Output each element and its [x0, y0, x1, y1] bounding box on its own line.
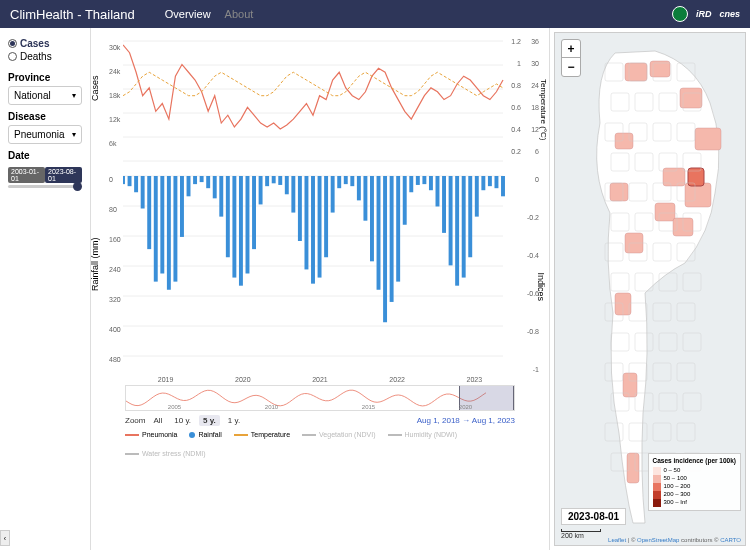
svg-rect-126 — [683, 333, 701, 351]
date-end-badge: 2023-08-01 — [45, 167, 82, 183]
svg-rect-43 — [318, 176, 322, 278]
disease-label: Disease — [8, 111, 82, 122]
legend-item[interactable]: Temperature — [234, 431, 290, 438]
y-tick: 6k — [109, 140, 116, 147]
map-legend-swatch — [653, 467, 661, 475]
svg-rect-33 — [252, 176, 256, 249]
legend-label: Water stress (NDMI) — [142, 450, 206, 457]
svg-rect-50 — [363, 176, 367, 221]
legend-item[interactable]: Pneumonia — [125, 431, 177, 438]
svg-rect-125 — [659, 333, 677, 351]
date-label: Date — [8, 150, 82, 161]
zoom-1y[interactable]: 1 y. — [224, 415, 244, 426]
map-legend-swatch — [653, 499, 661, 507]
x-tick: 2021 — [312, 376, 328, 383]
x-tick: 2019 — [158, 376, 174, 383]
svg-rect-83 — [627, 453, 639, 483]
svg-rect-39 — [291, 176, 295, 213]
svg-rect-28 — [219, 176, 223, 217]
legend-item[interactable]: Vegetation (NDVI) — [302, 431, 375, 438]
carto-link[interactable]: CARTO — [720, 537, 741, 543]
svg-rect-55 — [396, 176, 400, 282]
y-tick: 30k — [109, 44, 120, 51]
nav-about[interactable]: About — [225, 8, 254, 20]
app-title: ClimHealth - Thailand — [10, 7, 135, 22]
svg-rect-47 — [344, 176, 348, 184]
app-header: ClimHealth - Thailand Overview About iRD… — [0, 0, 750, 28]
svg-rect-76 — [685, 183, 711, 207]
map-legend-swatch — [653, 483, 661, 491]
legend-item[interactable]: Water stress (NDMI) — [125, 450, 206, 457]
svg-rect-48 — [350, 176, 354, 186]
legend-swatch — [125, 434, 139, 436]
map-zoom-out-button[interactable]: − — [562, 58, 580, 76]
y-tick: 320 — [109, 296, 121, 303]
svg-rect-46 — [337, 176, 341, 188]
legend-swatch — [302, 434, 316, 436]
svg-rect-60 — [429, 176, 433, 190]
slider-track[interactable] — [8, 185, 82, 188]
zoom-10y[interactable]: 10 y. — [170, 415, 195, 426]
zoom-5y[interactable]: 5 y. — [199, 415, 220, 426]
legend-swatch — [125, 453, 139, 455]
svg-rect-52 — [377, 176, 381, 290]
svg-rect-74 — [680, 88, 702, 108]
zoom-all[interactable]: All — [149, 415, 166, 426]
svg-rect-59 — [422, 176, 426, 184]
cnes-logo: cnes — [719, 9, 740, 19]
y-tick: 80 — [109, 206, 117, 213]
svg-rect-41 — [304, 176, 308, 269]
yr-tick: 0 — [535, 176, 539, 183]
svg-rect-45 — [331, 176, 335, 213]
svg-rect-79 — [610, 183, 628, 201]
radio-deaths[interactable]: Deaths — [8, 51, 82, 62]
yr-tick: -0.2 — [527, 214, 539, 221]
map-legend-row: 50 – 100 — [653, 475, 736, 483]
svg-rect-75 — [695, 128, 721, 150]
legend-item[interactable]: Rainfall — [189, 431, 221, 438]
svg-rect-64 — [455, 176, 459, 286]
svg-rect-19 — [160, 176, 164, 274]
choropleth-map[interactable]: + − Cases incidence (per 100k) 0 – 5050 … — [554, 32, 746, 546]
legend-item[interactable]: Humidity (NDWI) — [388, 431, 458, 438]
y2-tick: 1 — [517, 60, 521, 67]
svg-rect-137 — [653, 423, 671, 441]
radio-cases[interactable]: Cases — [8, 38, 82, 49]
slider-thumb[interactable] — [73, 182, 82, 191]
sidebar-collapse-button[interactable]: ‹ — [0, 530, 10, 546]
svg-rect-23 — [187, 176, 191, 196]
y-tick: 160 — [109, 236, 121, 243]
leaflet-link[interactable]: Leaflet — [608, 537, 626, 543]
date-slider[interactable]: 2003-01-01 2023-08-01 — [8, 167, 82, 188]
map-attribution: Leaflet | © OpenStreetMap contributors ©… — [608, 537, 741, 543]
nav-overview[interactable]: Overview — [165, 8, 211, 20]
chart-panel: Cases Rainfall (mm) Temperature (°C) Ind… — [91, 28, 550, 550]
map-scale-bar: 200 km — [561, 529, 601, 539]
svg-rect-84 — [663, 168, 685, 186]
province-value: National — [14, 90, 51, 101]
map-date-badge: 2023-08-01 — [561, 508, 626, 525]
disease-select[interactable]: Pneumonia ▾ — [8, 125, 82, 144]
legend-label: Pneumonia — [142, 431, 177, 438]
map-legend-row: 0 – 50 — [653, 467, 736, 475]
svg-rect-17 — [147, 176, 151, 249]
chart-navigator[interactable]: 2005 2010 2015 2020 — [125, 385, 515, 411]
zoom-date-range[interactable]: Aug 1, 2018 → Aug 1, 2023 — [417, 416, 515, 425]
svg-rect-133 — [659, 393, 677, 411]
zoom-controls: Zoom All 10 y. 5 y. 1 y. Aug 1, 2018 → A… — [97, 413, 543, 428]
svg-rect-14 — [128, 176, 132, 186]
province-select[interactable]: National ▾ — [8, 86, 82, 105]
chevron-down-icon: ▾ — [72, 130, 76, 139]
legend-label: Temperature — [251, 431, 290, 438]
y2-tick: 0.6 — [511, 104, 521, 111]
map-zoom-in-button[interactable]: + — [562, 40, 580, 58]
svg-rect-24 — [193, 176, 197, 184]
moph-logo-icon — [672, 6, 688, 22]
svg-rect-44 — [324, 176, 328, 257]
svg-rect-18 — [154, 176, 158, 282]
svg-rect-31 — [239, 176, 243, 286]
osm-link[interactable]: OpenStreetMap — [637, 537, 679, 543]
svg-rect-121 — [653, 303, 671, 321]
timeseries-chart[interactable] — [123, 36, 543, 376]
svg-rect-77 — [655, 203, 675, 221]
